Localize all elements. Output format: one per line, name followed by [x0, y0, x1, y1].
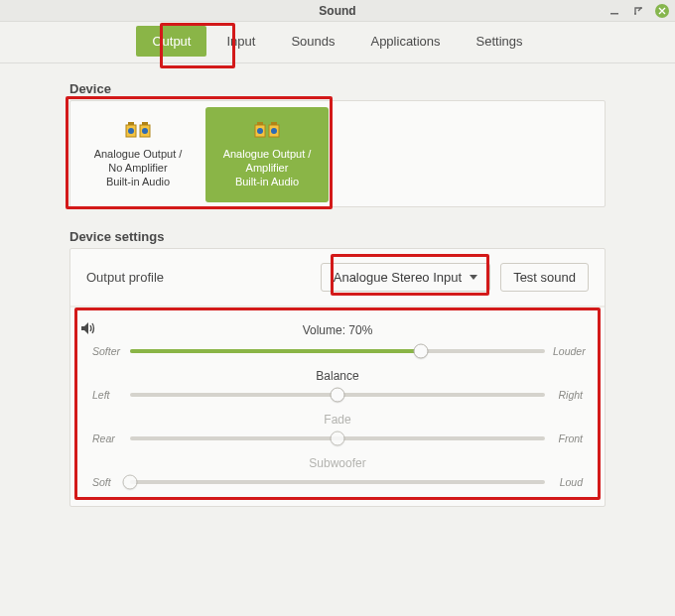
- svg-rect-8: [142, 122, 148, 125]
- output-profile-select[interactable]: Analogue Stereo Input: [321, 263, 490, 292]
- content-area: Device Analogue Output / No Amplifier Bu…: [0, 63, 675, 507]
- volume-left-label: Softer: [92, 345, 122, 357]
- tab-sounds[interactable]: Sounds: [275, 26, 350, 57]
- device-panel: Analogue Output / No Amplifier Built-in …: [69, 100, 606, 207]
- fade-title: Fade: [92, 413, 583, 427]
- tab-label: Input: [226, 34, 255, 49]
- fade-left-label: Rear: [92, 432, 122, 444]
- balance-slider-group: Balance Left Right: [92, 369, 583, 403]
- device-line2: Amplifier: [246, 161, 289, 175]
- tab-label: Applications: [370, 34, 440, 49]
- tab-label: Settings: [476, 34, 523, 49]
- title-bar: Sound: [0, 0, 675, 22]
- output-profile-label: Output profile: [86, 270, 311, 285]
- audio-device-icon: [253, 121, 281, 141]
- close-button[interactable]: [655, 4, 669, 18]
- test-sound-label: Test sound: [513, 270, 576, 285]
- volume-title: Volume: 70%: [92, 323, 583, 337]
- device-card-no-amp[interactable]: Analogue Output / No Amplifier Built-in …: [76, 107, 200, 202]
- chevron-down-icon: [470, 275, 477, 280]
- minimize-button[interactable]: [608, 4, 621, 18]
- fade-right-label: Front: [553, 432, 583, 444]
- tab-settings[interactable]: Settings: [461, 26, 539, 57]
- tab-label: Output: [152, 34, 191, 49]
- tab-bar: Output Input Sounds Applications Setting…: [0, 22, 675, 63]
- balance-left-label: Left: [92, 389, 122, 401]
- window-controls: [608, 0, 669, 22]
- balance-slider[interactable]: [130, 387, 545, 403]
- device-settings-panel: Output profile Analogue Stereo Input Tes…: [69, 248, 606, 507]
- balance-title: Balance: [92, 369, 583, 383]
- tab-input[interactable]: Input: [210, 26, 271, 57]
- svg-point-1: [634, 13, 636, 15]
- svg-point-11: [257, 128, 263, 134]
- device-line3: Built-in Audio: [106, 175, 170, 188]
- device-line1: Analogue Output /: [223, 147, 312, 161]
- tab-applications[interactable]: Applications: [354, 26, 456, 57]
- audio-device-icon: [124, 121, 152, 141]
- svg-rect-14: [271, 122, 277, 125]
- svg-point-5: [128, 128, 134, 134]
- device-line2: No Amplifier: [108, 161, 167, 175]
- tab-output[interactable]: Output: [136, 26, 206, 57]
- balance-right-label: Right: [553, 389, 583, 401]
- device-card-amp[interactable]: Analogue Output / Amplifier Built-in Aud…: [205, 107, 329, 202]
- test-sound-button[interactable]: Test sound: [500, 263, 589, 292]
- volume-right-label: Louder: [553, 345, 583, 357]
- section-label-settings: Device settings: [69, 229, 606, 244]
- subwoofer-left-label: Soft: [92, 476, 122, 488]
- subwoofer-title: Subwoofer: [92, 456, 583, 470]
- svg-rect-13: [257, 122, 263, 125]
- device-line1: Analogue Output /: [94, 147, 183, 161]
- tab-label: Sounds: [291, 34, 335, 49]
- svg-point-6: [142, 128, 148, 134]
- subwoofer-slider: [130, 474, 545, 490]
- svg-point-2: [640, 7, 642, 9]
- volume-slider-group: Volume: 70% Softer Louder: [92, 323, 583, 359]
- svg-rect-0: [610, 13, 618, 15]
- volume-slider[interactable]: [130, 343, 545, 359]
- section-label-device: Device: [69, 81, 606, 96]
- fade-slider: [130, 431, 545, 446]
- svg-point-12: [271, 128, 277, 134]
- fade-slider-group: Fade Rear Front: [92, 413, 583, 446]
- output-profile-row: Output profile Analogue Stereo Input Tes…: [70, 249, 605, 307]
- subwoofer-right-label: Loud: [553, 476, 583, 488]
- window-title: Sound: [319, 4, 355, 18]
- output-profile-value: Analogue Stereo Input: [334, 270, 462, 285]
- subwoofer-slider-group: Subwoofer Soft Loud: [92, 456, 583, 490]
- svg-rect-7: [128, 122, 134, 125]
- sliders-section: Volume: 70% Softer Louder Balance Left: [70, 307, 605, 506]
- device-line3: Built-in Audio: [235, 175, 299, 188]
- maximize-button[interactable]: [631, 4, 645, 18]
